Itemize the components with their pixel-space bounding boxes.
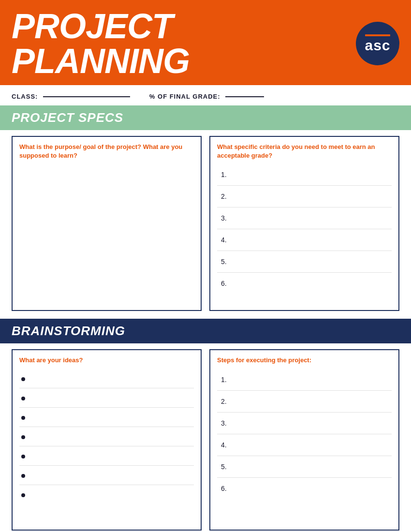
page-title: Project Planning [12,9,356,78]
project-specs-header: Project Specs [0,105,411,130]
class-row: Class: % of Final Grade: [0,85,411,105]
page-header: Project Planning asc [0,0,411,85]
logo-bar [365,34,390,36]
list-item: 5. [217,251,392,273]
class-line [43,96,130,97]
brainstorming-title: Brainstorming [12,324,125,338]
asc-logo: asc [356,22,399,65]
brainstorming-content: What are your ideas? Steps for executing… [0,343,411,532]
project-specs-title: Project Specs [12,110,123,125]
list-item [19,466,194,485]
brainstorming-header: Brainstorming [0,319,411,343]
list-item: 6. [217,273,392,294]
list-item: 1. [217,369,392,391]
criteria-question: What specific criteria do you need to me… [217,143,392,160]
list-item: 5. [217,456,392,478]
bullet-dot [21,435,25,439]
class-label: Class: [12,93,38,100]
list-item: 3. [217,413,392,434]
purpose-body [19,164,194,304]
list-item: 3. [217,207,392,229]
list-item [19,408,194,427]
ideas-question: What are your ideas? [19,356,194,365]
list-item: 1. [217,164,392,186]
criteria-list: 1. 2. 3. 4. 5. 6. [217,164,392,304]
purpose-question: What is the purpose/ goal of the project… [19,143,194,160]
bullet-dot [21,416,25,420]
brainstorming-columns: What are your ideas? Steps for executing… [12,349,399,530]
list-item: 4. [217,229,392,251]
steps-box: Steps for executing the project: 1. 2. 3… [209,349,399,530]
ideas-box: What are your ideas? [12,349,202,530]
grade-field: % of Final Grade: [149,92,264,101]
list-item: 2. [217,186,392,207]
list-item: 2. [217,391,392,413]
ideas-list [19,369,194,524]
list-item [19,369,194,388]
steps-question: Steps for executing the project: [217,356,392,365]
criteria-box: What specific criteria do you need to me… [209,136,399,311]
logo-text: asc [365,38,390,53]
bullet-dot [21,397,25,400]
class-field: Class: [12,92,130,101]
project-specs-columns: What is the purpose/ goal of the project… [12,136,399,311]
purpose-box: What is the purpose/ goal of the project… [12,136,202,311]
grade-label: % of Final Grade: [149,93,220,100]
steps-list: 1. 2. 3. 4. 5. 6. [217,369,392,524]
list-item [19,446,194,466]
list-item [19,388,194,408]
project-specs-content: What is the purpose/ goal of the project… [0,130,411,319]
bullet-dot [21,474,25,478]
list-item [19,427,194,446]
bullet-dot [21,377,25,381]
bullet-dot [21,455,25,458]
list-item: 6. [217,478,392,499]
grade-line [225,96,264,97]
list-item: 4. [217,434,392,456]
list-item [19,485,194,504]
bullet-dot [21,493,25,497]
